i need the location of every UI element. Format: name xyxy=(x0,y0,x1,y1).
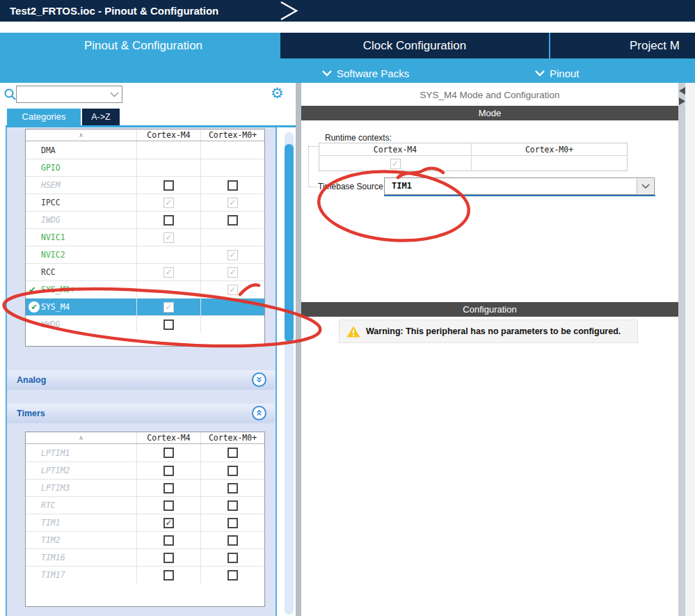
checkbox-checked-disabled[interactable] xyxy=(227,250,238,260)
sort-caret-icon[interactable]: ∧ xyxy=(79,132,83,139)
contexts-header-cortex-m0: Cortex-M0+ xyxy=(472,143,627,155)
tab-project-manager[interactable]: Project M xyxy=(550,33,695,58)
peripheral-label: IPCC xyxy=(41,198,61,207)
configuration-header: Configuration xyxy=(301,302,678,317)
peripheral-row-TIM1[interactable]: TIM1 xyxy=(26,514,264,531)
cell-cortex-m4 xyxy=(137,497,201,514)
checkbox-unchecked[interactable] xyxy=(163,448,174,458)
checkbox-unchecked[interactable] xyxy=(227,518,238,528)
peripheral-row-RCC[interactable]: RCC xyxy=(26,263,264,281)
collapse-right-arrow-icon[interactable] xyxy=(679,97,685,105)
checkbox-checked-disabled[interactable] xyxy=(390,159,401,169)
cell-cortex-m0 xyxy=(201,514,264,531)
cell-cortex-m0 xyxy=(201,316,264,333)
cell-cortex-m4 xyxy=(137,229,201,246)
peripheral-row-GPIO[interactable]: GPIO xyxy=(26,159,264,176)
checkbox-unchecked[interactable] xyxy=(163,319,174,330)
sidebar-scrollbar-thumb[interactable] xyxy=(285,144,294,342)
cell-cortex-m4 xyxy=(137,532,201,548)
dropdown-button[interactable] xyxy=(637,179,653,194)
tree-guide-line xyxy=(308,146,310,187)
tree-guide-line xyxy=(309,146,318,148)
peripheral-row-NVIC1[interactable]: NVIC1 xyxy=(26,228,264,246)
search-dropdown-chevron-icon[interactable] xyxy=(110,92,119,97)
subtab-pinout[interactable]: Pinout xyxy=(535,65,580,81)
checkbox-unchecked[interactable] xyxy=(163,535,174,546)
project-title: Test2_FRTOS.ioc - Pinout & Configuration xyxy=(10,0,218,22)
cell-cortex-m4 xyxy=(137,567,201,583)
cell-cortex-m0 xyxy=(201,299,264,315)
peripheral-row-IWDG[interactable]: IWDG xyxy=(26,211,264,228)
timebase-source-dropdown[interactable]: TIM1 xyxy=(384,177,655,195)
column-header-cortex-m0: Cortex-M0+ xyxy=(201,432,264,443)
checkbox-checked-disabled[interactable] xyxy=(163,302,174,313)
checkbox-unchecked[interactable] xyxy=(227,570,238,581)
peripheral-row-LPTIM1[interactable]: LPTIM1 xyxy=(26,444,264,461)
checkbox-checked-disabled[interactable] xyxy=(163,232,174,243)
checkbox-checked-disabled[interactable] xyxy=(163,267,174,278)
section-analog[interactable]: Analog xyxy=(7,370,275,390)
peripheral-label: RCC xyxy=(41,267,56,277)
peripheral-row-NVIC2[interactable]: NVIC2 xyxy=(26,246,264,263)
collapse-left-arrow-icon[interactable] xyxy=(679,87,685,95)
checkbox-unchecked[interactable] xyxy=(227,215,238,226)
collapse-section-icon[interactable] xyxy=(252,406,266,420)
subtab-software-packs[interactable]: Software Packs xyxy=(322,65,409,81)
peripheral-label: TIM16 xyxy=(41,553,65,562)
checkbox-checked-disabled[interactable] xyxy=(227,198,238,208)
peripheral-row-SYS_M0+[interactable]: ✔SYS_M0+ xyxy=(26,281,264,298)
panel-splitter[interactable] xyxy=(296,83,301,616)
peripheral-row-TIM2[interactable]: TIM2 xyxy=(26,531,264,548)
search-input[interactable] xyxy=(16,86,122,103)
checkbox-checked-disabled[interactable] xyxy=(163,198,174,208)
gear-icon[interactable]: ⚙ xyxy=(271,85,284,102)
checkbox-checked-disabled[interactable] xyxy=(227,267,238,278)
checkbox-unchecked[interactable] xyxy=(163,215,174,226)
tab-project-manager-label: Project M xyxy=(630,33,680,58)
checkbox-unchecked[interactable] xyxy=(227,180,238,191)
sort-caret-icon[interactable]: ∧ xyxy=(79,434,83,441)
checkbox-unchecked[interactable] xyxy=(163,553,174,563)
cell-cortex-m0 xyxy=(201,497,264,514)
peripheral-row-RTC[interactable]: RTC xyxy=(26,496,264,514)
peripheral-row-DMA[interactable]: DMA xyxy=(26,141,264,159)
tab-a-to-z[interactable]: A->Z xyxy=(82,109,120,125)
checkbox-unchecked[interactable] xyxy=(163,500,174,511)
checkbox-unchecked[interactable] xyxy=(163,483,174,493)
tab-clock-configuration[interactable]: Clock Configuration xyxy=(280,33,549,58)
checkbox-checked[interactable] xyxy=(163,518,174,528)
runtime-contexts-label: Runtime contexts: xyxy=(325,133,392,143)
peripheral-row-WWDG[interactable]: WWDG xyxy=(26,315,264,333)
peripheral-row-LPTIM2[interactable]: LPTIM2 xyxy=(26,461,264,479)
tab-pinout-configuration[interactable]: Pinout & Configuration xyxy=(7,33,280,59)
checkbox-unchecked[interactable] xyxy=(227,500,238,511)
peripheral-row-IPCC[interactable]: IPCC xyxy=(26,194,264,211)
warning-text: Warning: This peripheral has no paramete… xyxy=(366,326,621,336)
peripheral-label: GPIO xyxy=(41,163,61,173)
checkbox-unchecked[interactable] xyxy=(227,448,238,458)
main-scrollbar-track[interactable] xyxy=(678,83,685,616)
checkbox-unchecked[interactable] xyxy=(227,553,238,563)
section-timers[interactable]: Timers xyxy=(7,404,275,423)
checkbox-checked-disabled[interactable] xyxy=(227,285,238,295)
expand-section-icon[interactable] xyxy=(252,372,266,387)
warning-icon xyxy=(346,326,360,338)
peripheral-row-HSEM[interactable]: HSEM xyxy=(26,176,264,194)
chevron-down-icon xyxy=(535,70,545,77)
checkbox-unchecked[interactable] xyxy=(227,535,238,546)
peripheral-row-LPTIM3[interactable]: LPTIM3 xyxy=(26,479,264,496)
checkbox-unchecked[interactable] xyxy=(227,483,238,493)
cell-cortex-m0 xyxy=(201,532,264,548)
checkbox-unchecked[interactable] xyxy=(163,180,174,191)
checkbox-unchecked[interactable] xyxy=(227,466,238,476)
checkbox-unchecked[interactable] xyxy=(163,466,174,476)
tab-categories[interactable]: Categories xyxy=(7,109,81,125)
peripheral-row-TIM17[interactable]: TIM17 xyxy=(26,566,264,583)
enabled-check-circle-icon: ✔ xyxy=(29,301,40,313)
peripheral-label: LPTIM3 xyxy=(41,483,70,493)
peripheral-row-TIM16[interactable]: TIM16 xyxy=(26,548,264,566)
cell-cortex-m0 xyxy=(201,264,264,281)
peripheral-row-SYS_M4[interactable]: ✔SYS_M4 xyxy=(26,298,264,315)
cell-cortex-m0 xyxy=(201,462,264,479)
checkbox-unchecked[interactable] xyxy=(163,570,174,581)
